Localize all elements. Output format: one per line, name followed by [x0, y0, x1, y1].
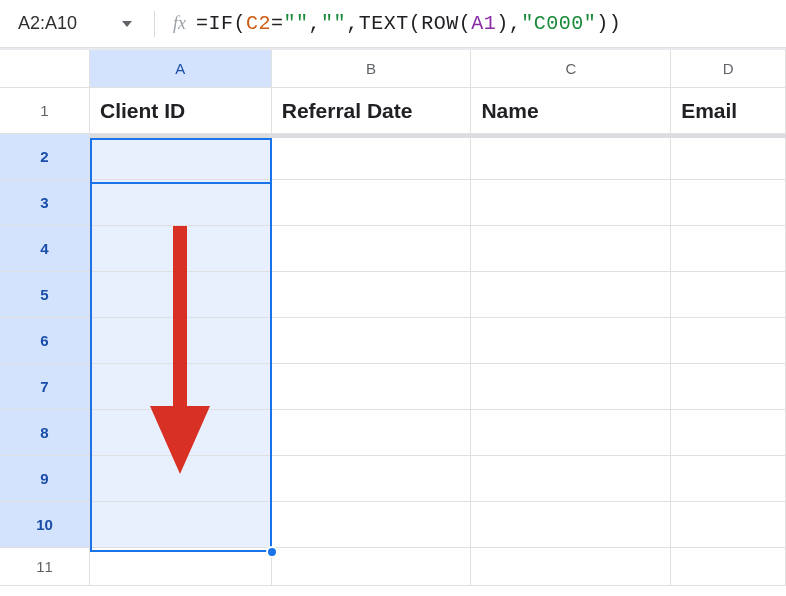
cell-A4[interactable]: [90, 226, 272, 272]
cell-B11[interactable]: [272, 548, 472, 586]
cell-A6[interactable]: [90, 318, 272, 364]
table-row: [90, 548, 786, 586]
row-header-10[interactable]: 10: [0, 502, 90, 548]
cell-D5[interactable]: [671, 272, 786, 318]
row-header-5[interactable]: 5: [0, 272, 90, 318]
cell-D10[interactable]: [671, 502, 786, 548]
row-header-11[interactable]: 11: [0, 548, 90, 586]
cell-D8[interactable]: [671, 410, 786, 456]
name-box[interactable]: A2:A10: [8, 7, 148, 40]
cell-C7[interactable]: [471, 364, 671, 410]
cell-text: Client ID: [100, 99, 185, 123]
table-row: [90, 364, 786, 410]
tok-paren: (: [234, 12, 247, 35]
spreadsheet-grid: A B C D 1 2 3 4 5 6 7 8 9 10 11 Client I…: [0, 48, 786, 50]
cell-A10[interactable]: [90, 502, 272, 548]
cell-B7[interactable]: [272, 364, 472, 410]
row-num: 7: [40, 378, 48, 395]
row-num: 1: [40, 102, 48, 119]
col-header-A[interactable]: A: [90, 50, 272, 88]
cell-C1[interactable]: Name: [471, 88, 671, 134]
cell-B9[interactable]: [272, 456, 472, 502]
cell-B2[interactable]: [272, 134, 472, 180]
cell-text: Referral Date: [282, 99, 413, 123]
row-num: 11: [36, 558, 53, 575]
cell-B8[interactable]: [272, 410, 472, 456]
table-row: Client ID Referral Date Name Email: [90, 88, 786, 134]
tok-fn-if: IF: [209, 12, 234, 35]
row-header-6[interactable]: 6: [0, 318, 90, 364]
tok-paren: (: [459, 12, 472, 35]
cell-A2[interactable]: [90, 134, 272, 180]
row-num: 4: [40, 240, 48, 257]
tok-sep: ,: [509, 12, 522, 35]
column-headers: A B C D: [90, 50, 786, 88]
row-header-1[interactable]: 1: [0, 88, 90, 134]
col-header-D[interactable]: D: [671, 50, 786, 88]
cell-D2[interactable]: [671, 134, 786, 180]
cell-C6[interactable]: [471, 318, 671, 364]
cell-B10[interactable]: [272, 502, 472, 548]
divider: [154, 11, 155, 37]
cell-A11[interactable]: [90, 548, 272, 586]
cell-C5[interactable]: [471, 272, 671, 318]
tok-str: "": [321, 12, 346, 35]
row-header-4[interactable]: 4: [0, 226, 90, 272]
cell-C2[interactable]: [471, 134, 671, 180]
table-row: [90, 134, 786, 180]
row-num: 5: [40, 286, 48, 303]
cell-C9[interactable]: [471, 456, 671, 502]
row-headers: 1 2 3 4 5 6 7 8 9 10 11: [0, 88, 90, 586]
tok-ref-a1: A1: [471, 12, 496, 35]
row-num: 8: [40, 424, 48, 441]
col-label: D: [723, 60, 734, 77]
cell-text: Name: [481, 99, 538, 123]
cell-D3[interactable]: [671, 180, 786, 226]
row-header-2[interactable]: 2: [0, 134, 90, 180]
row-num: 10: [36, 516, 53, 533]
tok-paren: ): [609, 12, 622, 35]
row-num: 9: [40, 470, 48, 487]
cell-C3[interactable]: [471, 180, 671, 226]
cell-D7[interactable]: [671, 364, 786, 410]
cell-D6[interactable]: [671, 318, 786, 364]
cell-D1[interactable]: Email: [671, 88, 786, 134]
cell-B4[interactable]: [272, 226, 472, 272]
row-header-3[interactable]: 3: [0, 180, 90, 226]
cell-A3[interactable]: [90, 180, 272, 226]
fx-icon: fx: [165, 13, 194, 34]
cell-C11[interactable]: [471, 548, 671, 586]
cell-B5[interactable]: [272, 272, 472, 318]
chevron-down-icon: [122, 21, 132, 27]
tok-ref-c2: C2: [246, 12, 271, 35]
col-header-C[interactable]: C: [471, 50, 671, 88]
col-header-B[interactable]: B: [272, 50, 472, 88]
tok-eq: =: [196, 12, 209, 35]
row-header-8[interactable]: 8: [0, 410, 90, 456]
cell-text: Email: [681, 99, 737, 123]
cell-B6[interactable]: [272, 318, 472, 364]
cell-C10[interactable]: [471, 502, 671, 548]
cell-A1[interactable]: Client ID: [90, 88, 272, 134]
row-num: 6: [40, 332, 48, 349]
grid-corner[interactable]: [0, 50, 90, 88]
col-label: B: [366, 60, 376, 77]
formula-input[interactable]: =IF(C2="","",TEXT(ROW(A1),"C000")): [194, 8, 778, 39]
cell-A8[interactable]: [90, 410, 272, 456]
table-row: [90, 180, 786, 226]
cell-B1[interactable]: Referral Date: [272, 88, 472, 134]
cell-C4[interactable]: [471, 226, 671, 272]
row-header-7[interactable]: 7: [0, 364, 90, 410]
cell-A5[interactable]: [90, 272, 272, 318]
cell-B3[interactable]: [272, 180, 472, 226]
tok-paren: ): [496, 12, 509, 35]
table-row: [90, 410, 786, 456]
col-label: C: [565, 60, 576, 77]
cell-D4[interactable]: [671, 226, 786, 272]
cell-D9[interactable]: [671, 456, 786, 502]
row-header-9[interactable]: 9: [0, 456, 90, 502]
cell-D11[interactable]: [671, 548, 786, 586]
cell-A7[interactable]: [90, 364, 272, 410]
cell-C8[interactable]: [471, 410, 671, 456]
cell-A9[interactable]: [90, 456, 272, 502]
